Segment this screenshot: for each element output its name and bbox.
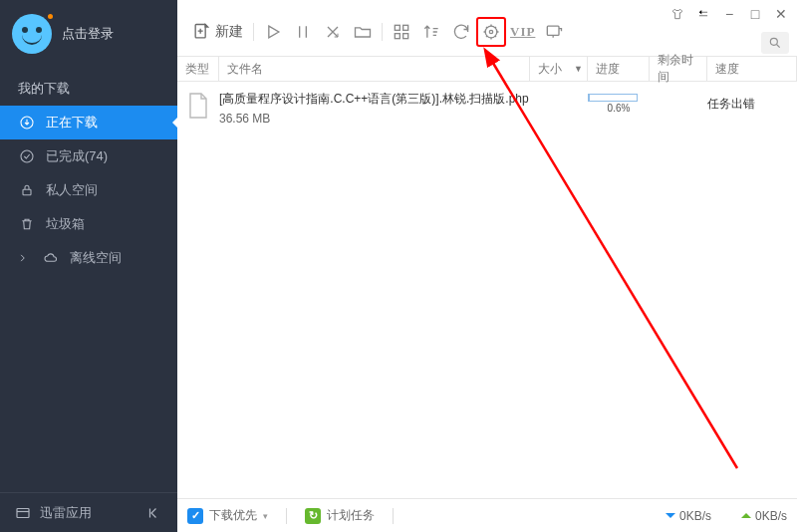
speed-display: 0KB/s 0KB/s (665, 508, 787, 523)
upload-speed: 0KB/s (741, 508, 787, 523)
new-task-label: 新建 (215, 23, 243, 41)
login-row[interactable]: 点击登录 (0, 0, 177, 64)
svg-point-10 (489, 30, 492, 33)
chevron-down-icon: ▾ (263, 511, 268, 521)
nav-section-title: 我的下载 (0, 70, 177, 106)
start-button[interactable] (258, 17, 288, 47)
scheduled-tasks-label: 计划任务 (327, 507, 375, 524)
separator-icon (253, 23, 254, 41)
progress-bar (588, 94, 638, 102)
nav-item-trash[interactable]: 垃圾箱 (0, 207, 177, 241)
nav-item-label: 垃圾箱 (46, 215, 85, 233)
svg-rect-2 (23, 189, 31, 194)
lock-icon (18, 181, 36, 199)
task-filename: [高质量程序设计指南.C.C++语言(第三版)].林锐.扫描版.php (219, 90, 530, 108)
new-task-button[interactable]: 新建 (185, 22, 249, 42)
separator-icon (286, 508, 287, 524)
nav-item-label: 已完成(74) (46, 147, 108, 165)
sidebar: 点击登录 我的下载 正在下载 已完成(74) 私人空间 垃圾箱 (0, 0, 177, 532)
check-circle-icon (18, 147, 36, 165)
minimize-icon[interactable]: − (721, 6, 737, 22)
column-progress[interactable]: 进度 (588, 57, 650, 81)
column-type[interactable]: 类型 (177, 57, 219, 81)
task-remaining-cell (650, 90, 707, 128)
column-remaining[interactable]: 剩余时间 (650, 57, 707, 81)
task-list: [高质量程序设计指南.C.C++语言(第三版)].林锐.扫描版.php 36.5… (177, 82, 797, 498)
pause-button[interactable] (288, 17, 318, 47)
avatar-icon (12, 14, 52, 54)
menu-icon[interactable] (695, 6, 711, 22)
open-folder-button[interactable] (348, 17, 378, 47)
trash-icon (18, 215, 36, 233)
main-area: − □ ✕ 新建 VIP 类型 文件名 大小▼ 进度 剩余时间 速度 (177, 0, 797, 532)
column-speed[interactable]: 速度 (707, 57, 797, 81)
download-speed: 0KB/s (665, 508, 711, 523)
svg-rect-11 (548, 26, 560, 35)
remote-download-button[interactable] (539, 17, 569, 47)
close-icon[interactable]: ✕ (773, 6, 789, 22)
arrow-up-icon (741, 508, 751, 518)
schedule-badge-icon: ↻ (305, 508, 321, 524)
vip-button[interactable]: VIP (506, 24, 539, 40)
file-icon (177, 90, 219, 128)
nav-item-offline[interactable]: 离线空间 (0, 241, 177, 275)
refresh-button[interactable] (446, 17, 476, 47)
nav-item-label: 私人空间 (46, 181, 98, 199)
svg-rect-6 (403, 25, 408, 30)
download-priority-label: 下载优先 (209, 507, 257, 524)
task-size-cell (530, 90, 588, 128)
sidebar-footer-label[interactable]: 迅雷应用 (40, 504, 92, 522)
priority-badge-icon: ✓ (187, 508, 203, 524)
column-size[interactable]: 大小▼ (530, 57, 588, 81)
login-label[interactable]: 点击登录 (62, 25, 114, 43)
task-filename-cell: [高质量程序设计指南.C.C++语言(第三版)].林锐.扫描版.php 36.5… (219, 90, 530, 128)
skin-icon[interactable] (669, 6, 685, 22)
arrow-down-icon (665, 513, 675, 523)
nav-item-completed[interactable]: 已完成(74) (0, 139, 177, 173)
task-filesize: 36.56 MB (219, 110, 530, 128)
column-headers: 类型 文件名 大小▼ 进度 剩余时间 速度 (177, 56, 797, 82)
task-row[interactable]: [高质量程序设计指南.C.C++语言(第三版)].林锐.扫描版.php 36.5… (177, 82, 797, 135)
grid-view-button[interactable] (387, 17, 416, 47)
download-priority-button[interactable]: ✓ 下载优先 ▾ (187, 507, 268, 524)
separator-icon (382, 23, 383, 41)
collapse-sidebar-icon[interactable] (145, 504, 163, 522)
footer: ✓ 下载优先 ▾ ↻ 计划任务 0KB/s 0KB/s (177, 498, 797, 532)
cloud-icon (42, 249, 60, 267)
notification-dot-icon (48, 14, 53, 19)
search-button[interactable] (761, 32, 789, 54)
column-filename[interactable]: 文件名 (219, 57, 530, 81)
task-progress-cell: 0.6% (588, 90, 650, 128)
svg-rect-3 (17, 508, 29, 517)
scheduled-tasks-button[interactable]: ↻ 计划任务 (305, 507, 375, 524)
separator-icon (393, 508, 394, 524)
task-status: 任务出错 (707, 90, 797, 128)
chevron-right-icon (18, 253, 28, 263)
nav-item-label: 正在下载 (46, 114, 98, 132)
apps-icon[interactable] (14, 504, 32, 522)
settings-button[interactable] (476, 17, 506, 47)
nav: 我的下载 正在下载 已完成(74) 私人空间 垃圾箱 (0, 70, 177, 275)
nav-item-downloading[interactable]: 正在下载 (0, 106, 177, 139)
delete-button[interactable] (318, 17, 348, 47)
download-icon (18, 114, 36, 132)
nav-item-label: 离线空间 (70, 249, 122, 267)
window-controls: − □ ✕ (669, 6, 789, 22)
svg-point-1 (21, 150, 33, 162)
svg-rect-8 (403, 34, 408, 39)
sidebar-footer: 迅雷应用 (0, 492, 177, 532)
progress-percent: 0.6% (588, 103, 650, 114)
maximize-icon[interactable]: □ (747, 6, 763, 22)
sort-button[interactable] (416, 17, 446, 47)
svg-point-12 (770, 38, 777, 45)
svg-rect-7 (395, 34, 399, 39)
nav-item-private[interactable]: 私人空间 (0, 173, 177, 207)
svg-rect-5 (395, 25, 399, 30)
sort-desc-icon: ▼ (574, 64, 583, 74)
